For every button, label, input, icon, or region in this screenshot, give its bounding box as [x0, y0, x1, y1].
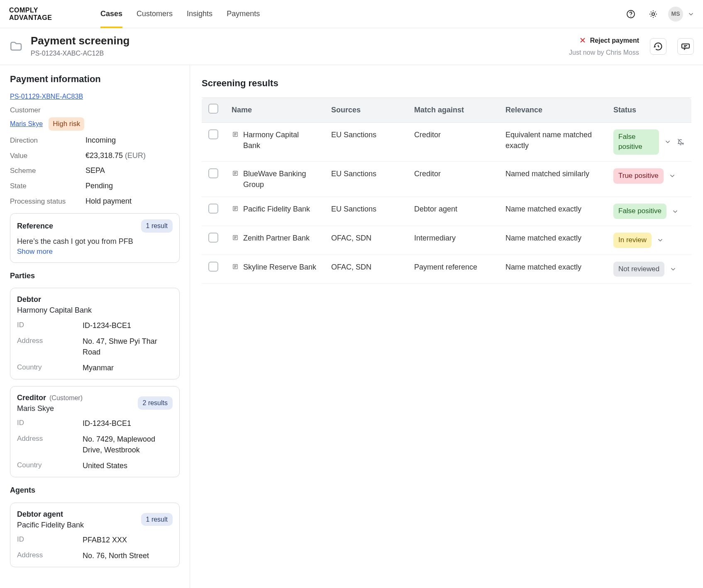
status-badge: False positive: [613, 129, 659, 155]
field-state: State Pending: [10, 180, 180, 192]
party-country-value: Myanmar: [83, 362, 173, 373]
table-row[interactable]: BlueWave Banking Group EU Sanctions Cred…: [202, 162, 691, 197]
status-badge: False positive: [613, 204, 666, 219]
building-icon: [232, 205, 239, 212]
chevron-down-icon: [687, 10, 695, 18]
agent-address-value: No. 76, North Street: [83, 550, 173, 561]
content: Screening results Name Sources Match aga…: [190, 65, 703, 588]
svg-point-3: [630, 16, 631, 17]
status-dropdown[interactable]: [669, 172, 676, 180]
row-name: BlueWave Banking Group: [243, 168, 318, 190]
brand-logo: COMPLY ADVANTAGE: [9, 6, 84, 22]
row-match: Debtor agent: [408, 197, 499, 226]
party-id-label: ID: [17, 320, 75, 331]
field-value-value: €23,318.75 (EUR): [85, 150, 146, 161]
help-button[interactable]: [623, 7, 638, 22]
status-dropdown[interactable]: [664, 138, 671, 146]
top-actions: MS: [623, 7, 695, 22]
tab-customers[interactable]: Customers: [137, 0, 173, 28]
party-debtor: Debtor Harmony Capital Bank ID ID-1234-B…: [10, 288, 180, 379]
tab-insights[interactable]: Insights: [187, 0, 212, 28]
party-name: Harmony Capital Bank: [17, 305, 92, 316]
main: Payment information PS-01129-XBNE-AC83B …: [0, 65, 703, 588]
row-sources: EU Sanctions: [325, 197, 408, 226]
page-subtitle: PS-01234-XABC-AC12B: [31, 49, 129, 58]
status-badge: True positive: [613, 168, 664, 184]
row-checkbox[interactable]: [208, 168, 218, 178]
tab-payments[interactable]: Payments: [227, 0, 260, 28]
party-address-value: No. 7429, Maplewood Drive, Westbrook: [83, 434, 173, 455]
field-direction-label: Direction: [10, 136, 81, 146]
agent-debtor-agent: Debtor agent Pacific Fidelity Bank 1 res…: [10, 503, 180, 567]
agent-name: Pacific Fidelity Bank: [17, 520, 84, 530]
agent-id-label: ID: [17, 535, 75, 545]
row-checkbox[interactable]: [208, 262, 218, 272]
status-dropdown[interactable]: [671, 208, 679, 215]
field-processing: Processing status Hold payment: [10, 196, 180, 207]
customer-link[interactable]: Maris Skye: [10, 119, 43, 129]
account-menu[interactable]: MS: [668, 7, 695, 22]
status-dropdown[interactable]: [657, 236, 664, 244]
col-match: Match against: [408, 97, 499, 122]
row-sources: EU Sanctions: [325, 122, 408, 161]
row-relevance: Named matched similarly: [499, 162, 607, 197]
row-match: Creditor: [408, 122, 499, 161]
linked-payment-id[interactable]: PS-01129-XBNE-AC83B: [10, 93, 83, 100]
row-checkbox[interactable]: [208, 204, 218, 214]
field-value-amount: €23,318.75: [85, 151, 123, 160]
byline: Just now by Chris Moss: [569, 48, 639, 57]
table-row[interactable]: Pacific Fidelity Bank EU Sanctions Debto…: [202, 197, 691, 226]
party-name: Maris Skye: [17, 403, 83, 414]
party-address-value: No. 47, Shwe Pyi Thar Road: [83, 336, 173, 357]
results-title: Screening results: [202, 77, 691, 90]
col-name: Name: [225, 97, 325, 122]
customer-label: Customer: [10, 105, 81, 116]
party-role: Debtor: [17, 294, 92, 305]
row-checkbox[interactable]: [208, 129, 218, 139]
settings-button[interactable]: [646, 7, 661, 22]
page-titles: Payment screening PS-01234-XABC-AC12B: [31, 35, 129, 58]
status-badge: Not reviewed: [613, 262, 664, 277]
reference-card: Reference 1 result Here’s the cash I got…: [10, 213, 180, 263]
field-processing-value: Hold payment: [85, 196, 132, 207]
row-checkbox[interactable]: [208, 233, 218, 243]
show-more-button[interactable]: Show more: [17, 247, 173, 257]
page-header-right: Reject payment Just now by Chris Moss: [569, 36, 694, 57]
party-country-label: Country: [17, 460, 75, 471]
bell-off-icon: [676, 138, 685, 146]
svg-text:COMPLY: COMPLY: [9, 7, 38, 14]
status-dropdown[interactable]: [669, 265, 677, 273]
sidebar: Payment information PS-01129-XBNE-AC83B …: [0, 65, 190, 588]
table-row[interactable]: Zenith Partner Bank OFAC, SDN Intermedia…: [202, 226, 691, 255]
comments-button[interactable]: [677, 38, 694, 55]
reference-title: Reference: [17, 221, 53, 231]
row-sources: OFAC, SDN: [325, 226, 408, 255]
close-icon: [579, 36, 587, 44]
col-sources: Sources: [325, 97, 408, 122]
reference-text: Here’s the cash I got you from PFB: [17, 236, 173, 247]
parties-title: Parties: [10, 270, 180, 281]
table-row[interactable]: Harmony Capital Bank EU Sanctions Credit…: [202, 122, 691, 161]
field-scheme-value: SEPA: [85, 165, 105, 176]
history-button[interactable]: [650, 38, 666, 55]
party-address-label: Address: [17, 336, 75, 357]
tab-cases[interactable]: Cases: [100, 0, 122, 28]
row-sources: OFAC, SDN: [325, 255, 408, 284]
agent-address-label: Address: [17, 550, 75, 561]
history-icon: [653, 41, 663, 51]
party-country-label: Country: [17, 362, 75, 373]
party-results-pill: 2 results: [138, 396, 173, 409]
row-sources: EU Sanctions: [325, 162, 408, 197]
table-row[interactable]: Skyline Reserve Bank OFAC, SDN Payment r…: [202, 255, 691, 284]
field-value-currency: (EUR): [125, 151, 146, 160]
page-header: Payment screening PS-01234-XABC-AC12B Re…: [0, 28, 703, 65]
row-match: Payment reference: [408, 255, 499, 284]
field-scheme-label: Scheme: [10, 166, 81, 176]
col-status: Status: [607, 97, 691, 122]
select-all-checkbox[interactable]: [208, 104, 218, 114]
field-state-label: State: [10, 181, 81, 192]
row-name: Skyline Reserve Bank: [243, 262, 316, 272]
field-processing-label: Processing status: [10, 197, 81, 207]
reject-indicator: Reject payment: [579, 36, 639, 45]
page-header-left: Payment screening PS-01234-XABC-AC12B: [9, 35, 129, 58]
